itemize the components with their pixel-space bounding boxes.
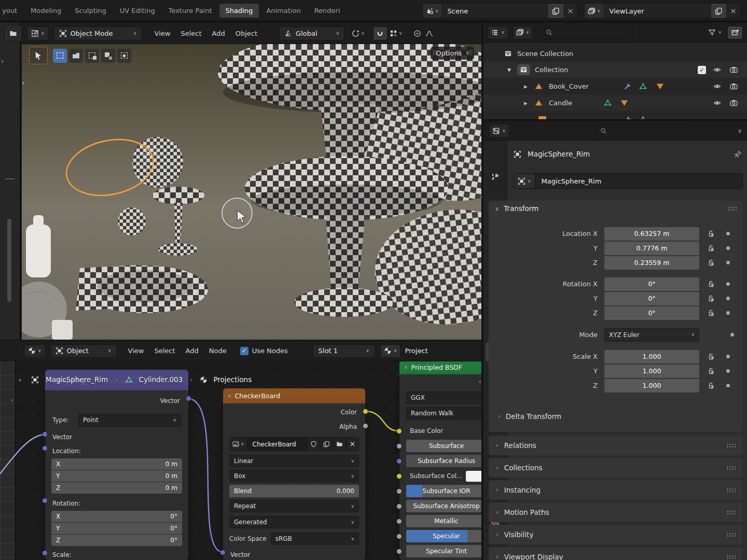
panel-grip[interactable]: [726, 466, 736, 470]
hide-sockets-arrow[interactable]: ‹: [479, 377, 481, 385]
mapping-rotation-input-socket[interactable]: [42, 498, 48, 503]
animate-dot[interactable]: [726, 297, 730, 300]
tweak-tool-button[interactable]: [29, 47, 48, 64]
menu-select[interactable]: Select: [149, 347, 180, 355]
mapping-rotation-x[interactable]: X0°: [51, 511, 182, 522]
object-id-browse-button[interactable]: ∨: [514, 174, 535, 188]
snap-settings-dropdown[interactable]: ∨: [388, 27, 405, 39]
subsurface-input-socket[interactable]: [396, 443, 402, 449]
select-box-invert-button[interactable]: [101, 49, 115, 63]
lock-icon[interactable]: [708, 295, 715, 302]
lock-icon[interactable]: [708, 230, 715, 237]
menu-add[interactable]: Add: [181, 347, 204, 355]
animate-dot[interactable]: [726, 232, 730, 235]
material-triangle-icon[interactable]: [620, 99, 628, 107]
distribution-dropdown[interactable]: GGX: [406, 391, 482, 404]
node-mapping[interactable]: ∨ Mapping Vector Type: Point ∨ Vector Lo…: [45, 370, 188, 560]
view-layer-name[interactable]: ViewLayer: [604, 7, 711, 15]
delta-transform-subpanel[interactable]: › Delta Transform: [498, 410, 726, 423]
proportional-edit-toggle[interactable]: [411, 27, 423, 39]
menu-node[interactable]: Node: [204, 347, 232, 355]
mesh-data-icon[interactable]: [639, 82, 647, 90]
workspace-tab-animation[interactable]: Animation: [260, 4, 307, 18]
animate-dot[interactable]: [730, 333, 734, 337]
subsurface-anisotropy-slider[interactable]: Subsurface Anisotrop: [406, 500, 482, 512]
subsurface-ior-input-socket[interactable]: [396, 488, 402, 494]
mapping-location-z[interactable]: Z0 m: [51, 482, 182, 494]
outliner-search-input[interactable]: [541, 26, 632, 39]
snap-toggle[interactable]: [373, 26, 388, 40]
mapping-scale-input-socket[interactable]: [42, 550, 48, 556]
mapping-location-y[interactable]: Y0 m: [51, 470, 182, 482]
image-browse-button[interactable]: ∨: [229, 437, 247, 451]
material-triangle-icon[interactable]: [656, 82, 664, 90]
pin-icon[interactable]: [734, 150, 742, 158]
animate-dot[interactable]: [726, 369, 730, 373]
panel-grip[interactable]: [726, 510, 736, 515]
camera-visibility-icon[interactable]: [730, 66, 738, 74]
select-box-subtract-button[interactable]: [85, 49, 99, 63]
mapping-location-x[interactable]: X0 m: [51, 458, 182, 470]
specular-tint-input-socket[interactable]: [396, 549, 402, 554]
file-browser-icon-button[interactable]: [4, 25, 22, 41]
use-nodes-label[interactable]: Use Nodes: [252, 347, 288, 355]
mapping-type-dropdown[interactable]: Point ∨: [78, 414, 181, 427]
pivot-point-dropdown[interactable]: ∨: [350, 27, 367, 39]
panel-grip[interactable]: [726, 533, 736, 537]
rotation-x-input[interactable]: 0°: [604, 277, 699, 291]
view-layer-browse-button[interactable]: ∨: [585, 4, 604, 18]
disclosure-triangle-open[interactable]: ▼: [507, 67, 511, 73]
panel-grip[interactable]: [727, 206, 737, 211]
node-collapse-chevron[interactable]: ∨: [404, 365, 408, 370]
specular-slider[interactable]: Specular: [406, 530, 482, 542]
outliner-row-scene-collection[interactable]: Scene Collection: [483, 46, 747, 62]
location-y-input[interactable]: 0.7776 m: [604, 242, 699, 255]
transform-orientation-dropdown[interactable]: Global ∨: [279, 26, 344, 40]
blend-slider[interactable]: Blend0.000: [229, 485, 359, 497]
viewport-options-dropdown[interactable]: Options ∨: [431, 47, 474, 60]
panel-grip[interactable]: [726, 443, 736, 448]
node-principled-bsdf[interactable]: ∨ Principled BSDF ‹ GGX Random Walk Base…: [399, 360, 482, 560]
lock-icon[interactable]: [708, 259, 715, 267]
new-image-button[interactable]: [320, 437, 333, 451]
workspace-tab-rendering[interactable]: Renderi: [308, 4, 341, 18]
sidebar-expand-arrow[interactable]: ›: [19, 376, 21, 384]
panel-relations[interactable]: › Relations: [489, 436, 743, 455]
open-image-button[interactable]: [333, 437, 346, 451]
panel-collections[interactable]: › Collections: [489, 458, 743, 478]
scene-name[interactable]: Scene: [442, 7, 548, 15]
outliner-row-book-cover[interactable]: ▶ Book_Cover: [483, 78, 747, 94]
expand-panel-arrow[interactable]: ›: [1, 57, 4, 65]
breadcrumb-material[interactable]: Projections: [213, 375, 252, 384]
lock-icon[interactable]: [708, 281, 715, 288]
shader-type-dropdown[interactable]: Object ∨: [50, 344, 117, 358]
workspace-tab-shading[interactable]: Shading: [219, 4, 259, 18]
animate-dot[interactable]: [726, 311, 730, 315]
animate-dot[interactable]: [726, 355, 730, 358]
subsurface-color-input-socket[interactable]: [396, 473, 402, 479]
animate-dot[interactable]: [726, 384, 730, 387]
shader-editor-type-dropdown[interactable]: ∨: [24, 344, 46, 358]
disclosure-triangle[interactable]: ▶: [524, 101, 528, 106]
checker-color-output-socket[interactable]: [363, 409, 368, 414]
location-x-input[interactable]: 0.63257 m: [604, 227, 699, 241]
toolbar-expand-arrow[interactable]: ›: [22, 79, 24, 87]
select-box-set-button[interactable]: [53, 49, 67, 63]
extension-dropdown[interactable]: Repeat∨: [229, 500, 359, 512]
animate-dot[interactable]: [726, 261, 730, 264]
view-layer-new-button[interactable]: [711, 4, 726, 18]
subsurface-slider[interactable]: Subsurface: [406, 440, 482, 452]
panel-visibility[interactable]: › Visibility: [489, 525, 743, 544]
subsurface-ior-slider[interactable]: Subsurface IOR: [406, 485, 482, 497]
subsurface-radius-field[interactable]: Subsurface Radius: [406, 455, 482, 467]
eye-icon[interactable]: [713, 99, 721, 107]
outliner-filter-dropdown[interactable]: ∨: [707, 27, 723, 38]
subsurface-anisotropy-input-socket[interactable]: [396, 503, 402, 509]
mapping-vector-input-socket[interactable]: [42, 431, 48, 437]
panel-motion-paths[interactable]: › Motion Paths: [489, 502, 743, 522]
lock-icon[interactable]: [708, 310, 715, 317]
view-layer-remove-button[interactable]: [726, 4, 740, 18]
scale-z-input[interactable]: 1.000: [604, 379, 699, 393]
object-name-input[interactable]: MagicSphere_Rim: [535, 177, 608, 185]
outliner-viewlayer-dropdown[interactable]: ∨: [513, 26, 533, 39]
